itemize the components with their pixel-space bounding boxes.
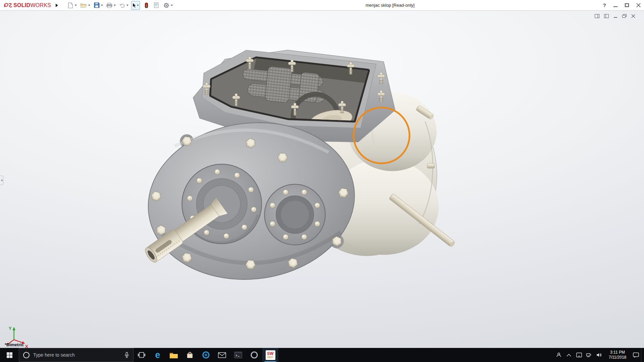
minimize-doc-button[interactable] — [613, 14, 618, 18]
solidworks-app-window: SOLIDWORKS — [0, 0, 644, 362]
help-button[interactable]: ? — [603, 2, 606, 8]
task-view-icon — [138, 352, 145, 358]
file-properties-icon — [154, 2, 159, 8]
taskbar-search-input[interactable] — [33, 352, 121, 358]
undo-button[interactable] — [118, 1, 126, 10]
document-window-controls — [595, 14, 635, 18]
microphone-icon[interactable] — [124, 352, 129, 358]
terminal-icon — [234, 352, 242, 358]
triad-y-label: Y — [9, 326, 12, 331]
restore-doc-button[interactable] — [622, 14, 627, 18]
blue-ring-app-button[interactable] — [198, 348, 214, 362]
collapsed-panel-tab[interactable] — [0, 176, 3, 185]
select-dropdown-caret[interactable] — [137, 5, 139, 6]
system-tray: 3:11 PM 7/11/2018 — [554, 348, 644, 362]
pane-right-button[interactable] — [604, 14, 609, 18]
new-document-button[interactable] — [67, 1, 74, 10]
new-document-icon — [68, 2, 73, 8]
select-cursor-icon — [132, 3, 136, 8]
windows-logo-icon — [7, 352, 12, 358]
action-center-icon — [633, 352, 639, 358]
task-view-button[interactable] — [133, 348, 150, 362]
secondary-flange — [265, 184, 325, 245]
solidworks-logo: SOLIDWORKS — [0, 2, 51, 9]
tray-overflow-button[interactable] — [564, 348, 574, 362]
print-icon — [106, 3, 112, 8]
terminal-button[interactable] — [230, 348, 246, 362]
gray-ring-icon — [250, 351, 258, 359]
select-tool-button[interactable] — [131, 1, 140, 10]
save-floppy-icon — [94, 2, 100, 8]
gearbox-model-canvas[interactable]: Y X — [0, 11, 644, 348]
maximize-button[interactable] — [625, 3, 629, 7]
pane-left-button[interactable] — [595, 14, 599, 18]
people-button[interactable] — [554, 348, 564, 362]
network-button[interactable] — [584, 348, 594, 362]
rebuild-button[interactable] — [143, 1, 150, 10]
close-doc-button[interactable] — [631, 14, 635, 18]
print-button[interactable] — [106, 1, 113, 10]
store-button[interactable] — [182, 348, 198, 362]
graphics-area: Y X — [0, 11, 644, 348]
window-controls: ? — [603, 0, 641, 10]
edge-icon: e — [155, 351, 160, 360]
options-dropdown-caret[interactable] — [171, 5, 173, 6]
undo-icon — [119, 3, 125, 8]
new-dropdown-caret[interactable] — [75, 5, 77, 6]
open-folder-icon — [80, 3, 87, 8]
gray-ring-app-button[interactable] — [246, 348, 262, 362]
save-button[interactable] — [93, 1, 100, 10]
ds-swirl-icon — [3, 2, 12, 9]
solidworks-2017-button[interactable]: SW 2017 — [262, 348, 278, 362]
undo-dropdown-caret[interactable] — [126, 5, 128, 6]
quick-toolbar — [67, 1, 174, 10]
network-icon — [586, 353, 592, 357]
tablet-icon — [576, 353, 582, 357]
volume-button[interactable] — [594, 348, 604, 362]
action-center-button[interactable] — [631, 348, 641, 362]
open-button[interactable] — [79, 1, 88, 10]
clock-time: 3:11 PM — [610, 350, 625, 355]
windows-taskbar: e — [0, 348, 644, 362]
document-title: menjac sklop [Read-only] — [366, 0, 415, 10]
clock-date: 7/11/2018 — [609, 355, 627, 360]
cortana-icon[interactable] — [23, 352, 30, 358]
taskbar-clock[interactable]: 3:11 PM 7/11/2018 — [604, 348, 631, 362]
edge-browser-button[interactable]: e — [150, 348, 166, 362]
file-explorer-icon — [169, 352, 178, 359]
shopping-bag-icon — [186, 351, 194, 359]
people-icon — [556, 352, 561, 358]
close-button[interactable] — [636, 3, 641, 7]
chevron-up-icon — [567, 354, 571, 357]
titlebar: SOLIDWORKS — [0, 0, 644, 11]
minimize-button[interactable] — [613, 6, 618, 7]
solidworks-2017-icon: SW 2017 — [266, 350, 275, 360]
mail-icon — [218, 352, 226, 358]
brand-text: SOLIDWORKS — [13, 2, 51, 8]
blue-ring-icon — [202, 351, 210, 359]
print-dropdown-caret[interactable] — [114, 5, 116, 6]
file-properties-button[interactable] — [153, 1, 160, 10]
triad-x-label: X — [25, 344, 28, 348]
view-orientation-label: *Dimetric — [5, 342, 24, 347]
save-dropdown-caret[interactable] — [101, 5, 103, 6]
taskbar-search[interactable] — [19, 348, 133, 362]
open-dropdown-caret[interactable] — [88, 5, 90, 6]
options-button[interactable] — [163, 1, 170, 10]
show-desktop-button[interactable] — [641, 348, 644, 362]
options-gear-icon — [163, 2, 169, 8]
menu-expand-arrow[interactable] — [56, 4, 58, 7]
speaker-icon — [596, 353, 602, 357]
mail-button[interactable] — [214, 348, 230, 362]
start-button[interactable] — [0, 348, 19, 362]
rebuild-traffic-light-icon — [145, 3, 148, 8]
file-explorer-button[interactable] — [166, 348, 182, 362]
tablet-mode-button[interactable] — [574, 348, 584, 362]
rear-boss-stub — [427, 163, 434, 168]
